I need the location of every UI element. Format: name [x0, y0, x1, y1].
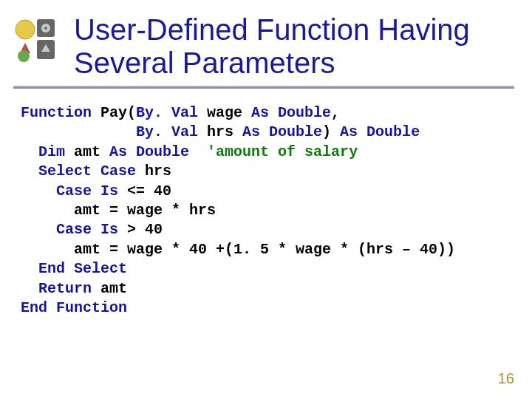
code-text: [189, 143, 207, 160]
svg-point-3: [16, 20, 35, 39]
code-text: > 40: [118, 221, 163, 238]
code-text: Pay(: [92, 104, 136, 121]
page-number: 16: [498, 370, 514, 387]
code-text: [21, 280, 38, 297]
code-text: [21, 183, 56, 200]
kw-asdouble: As Double: [109, 143, 189, 160]
code-text: amt = wage * hrs: [21, 202, 216, 219]
kw-select-case: Select Case: [38, 163, 136, 180]
kw-dim: Dim: [38, 143, 65, 160]
logo-icon: [13, 18, 59, 64]
code-text: amt: [65, 143, 109, 160]
code-text: <= 40: [118, 183, 171, 200]
kw-case-is: Case Is: [56, 183, 118, 200]
kw-asdouble: As Double: [242, 123, 322, 140]
code-text: amt = wage * 40 +(1. 5 * wage * (hrs – 4…: [21, 241, 455, 258]
kw-case-is: Case Is: [56, 221, 118, 238]
title-underline: [13, 86, 514, 89]
kw-return: Return: [38, 280, 92, 297]
kw-byval: By. Val: [136, 123, 198, 140]
kw-asdouble: As Double: [251, 104, 331, 121]
code-text: [21, 123, 136, 140]
code-text: hrs: [136, 163, 171, 180]
code-text: [21, 221, 56, 238]
code-text: amt: [92, 280, 127, 297]
code-text: ,: [331, 104, 340, 121]
kw-function: Function: [21, 104, 92, 121]
code-text: [21, 260, 38, 277]
svg-point-7: [18, 50, 30, 62]
comment: 'amount of salary: [207, 143, 358, 160]
slide-title: User-Defined Function Having Several Par…: [74, 13, 510, 80]
slide: User-Defined Function Having Several Par…: [0, 0, 532, 399]
code-text: wage: [198, 104, 251, 121]
kw-end-function: End Function: [21, 299, 127, 316]
code-block: Function Pay(By. Val wage As Double, By.…: [21, 103, 517, 318]
code-text: [21, 143, 38, 160]
code-text: hrs: [198, 123, 242, 140]
svg-point-2: [44, 27, 47, 30]
code-text: [21, 163, 38, 180]
code-text: ): [322, 123, 340, 140]
kw-byval: By. Val: [136, 104, 198, 121]
kw-end-select: End Select: [38, 260, 127, 277]
kw-asdouble: As Double: [340, 123, 420, 140]
